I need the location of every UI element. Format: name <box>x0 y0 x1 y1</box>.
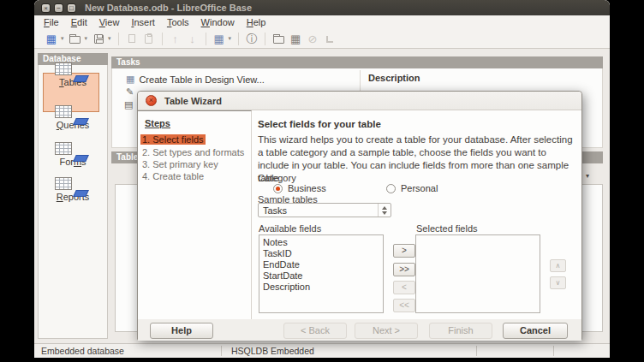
new-database-icon[interactable]: ▦ <box>44 31 59 46</box>
selected-fields-listbox[interactable] <box>415 234 540 313</box>
wizard-content: Select fields for your table This wizard… <box>253 110 582 319</box>
design-view-icon: ▦ <box>126 74 134 85</box>
sort-descending-icon: ↓ <box>185 31 200 46</box>
copy-icon <box>124 31 140 46</box>
menu-item-view[interactable]: View <box>93 16 126 28</box>
dialog-button-row: Help < Back Next > Finish Cancel <box>138 319 581 341</box>
radio-personal[interactable]: Personal <box>386 183 438 193</box>
step-create-table[interactable]: 4. Create table <box>140 171 206 181</box>
move-all-left-button: << <box>393 299 415 312</box>
list-item[interactable]: Description <box>259 282 383 293</box>
back-button: < Back <box>283 323 347 339</box>
relationships-icon: ⊘ <box>305 31 320 46</box>
description-column-header: Description <box>368 73 420 83</box>
save-icon[interactable] <box>91 31 106 46</box>
step-set-types-formats[interactable]: 2. Set types and formats <box>140 147 246 157</box>
menu-item-window[interactable]: Window <box>195 16 241 28</box>
step-set-primary-key[interactable]: 3. Set primary key <box>140 159 220 169</box>
list-item[interactable]: Notes <box>259 237 383 248</box>
menu-item-insert[interactable]: Insert <box>125 16 161 28</box>
window-titlebar: × − □ New Database.odb - LibreOffice Bas… <box>34 0 610 15</box>
sidebar-item-tables[interactable]: Tables <box>46 75 99 87</box>
tasks-panel-header: Tasks <box>111 56 603 68</box>
menu-item-tools[interactable]: Tools <box>161 16 195 28</box>
sort-ascending-icon: ↑ <box>168 31 183 46</box>
sample-tables-select[interactable]: Tasks <box>258 203 391 217</box>
dialog-title: Table Wizard <box>164 96 222 106</box>
task-use-wizard[interactable]: ✎ <box>126 86 134 98</box>
sample-tables-spinner-icon[interactable] <box>378 204 391 217</box>
create-view-icon: ▤ <box>124 99 133 110</box>
table-wizard-dialog: × Table Wizard Steps 1. Select fields 2.… <box>137 91 582 340</box>
form-dropdown-icon[interactable]: ▾ <box>229 35 232 42</box>
radio-business[interactable]: Business <box>273 183 326 193</box>
wizard-description: This wizard helps you to create a table … <box>258 134 580 185</box>
toolbar-separator <box>162 33 163 45</box>
minimize-icon[interactable]: − <box>54 3 63 13</box>
paste-icon <box>141 31 157 46</box>
available-fields-label: Available fields <box>259 223 321 234</box>
task-create-table-design-view[interactable]: ▦ Create Table in Design View... <box>126 74 265 85</box>
menubar: File Edit View Insert Tools Window Help <box>34 15 610 29</box>
new-database-dropdown-icon[interactable]: ▾ <box>61 35 64 42</box>
category-label: Category <box>258 173 296 183</box>
close-icon[interactable]: × <box>41 3 51 13</box>
next-button: Next > <box>355 323 418 339</box>
sample-tables-value: Tasks <box>263 205 378 216</box>
save-dropdown-icon[interactable]: ▾ <box>108 35 111 42</box>
available-fields-listbox[interactable]: Notes TaskID EndDate StartDate Descripti… <box>259 234 384 313</box>
wizard-steps-panel: Steps 1. Select fields 2. Set types and … <box>138 110 252 319</box>
step-select-fields[interactable]: 1. Select fields <box>140 134 206 145</box>
design-icon <box>322 31 337 46</box>
open-icon[interactable] <box>68 31 83 46</box>
dialog-titlebar: × Table Wizard <box>138 92 581 110</box>
selected-fields-label: Selected fields <box>416 223 478 234</box>
finish-button: Finish <box>429 323 492 339</box>
status-database-type: Embedded database <box>41 346 124 356</box>
radio-personal-icon[interactable] <box>386 184 396 193</box>
open-dropdown-icon[interactable]: ▾ <box>85 35 88 42</box>
toolbar-separator <box>265 33 265 45</box>
move-down-button: ∨ <box>550 276 566 289</box>
window-controls: × − □ <box>41 3 76 13</box>
status-separator <box>476 346 477 356</box>
list-item[interactable]: StartDate <box>259 270 383 282</box>
dialog-close-icon[interactable]: × <box>146 95 157 106</box>
info-icon[interactable]: ⓘ <box>244 31 259 46</box>
move-left-button: < <box>393 281 415 294</box>
move-all-right-button[interactable]: >> <box>393 263 415 276</box>
menu-item-help[interactable]: Help <box>241 16 272 28</box>
help-button[interactable]: Help <box>150 323 213 339</box>
sidebar-item-forms[interactable]: Forms <box>46 155 99 167</box>
screen: × − □ New Database.odb - LibreOffice Bas… <box>0 0 644 362</box>
toolbar-separator <box>118 33 119 45</box>
status-separator <box>221 346 222 356</box>
statusbar: Embedded database HSQLDB Embedded <box>34 343 610 358</box>
task-create-view[interactable]: ▤ <box>124 99 133 110</box>
page-title: Select fields for your table <box>258 119 381 129</box>
steps-header: Steps <box>145 118 170 128</box>
list-item[interactable]: TaskID <box>259 248 383 259</box>
open-database-folder-icon[interactable] <box>271 31 286 46</box>
list-item[interactable]: EndDate <box>259 259 383 270</box>
sidebar-item-reports[interactable]: Reports <box>46 190 99 202</box>
maximize-icon[interactable]: □ <box>67 3 76 13</box>
move-up-button: ∧ <box>550 259 566 272</box>
status-engine: HSQLDB Embedded <box>231 346 314 356</box>
status-separator <box>553 346 554 356</box>
toolbar-separator <box>206 33 206 45</box>
toolbar-separator <box>238 33 239 45</box>
wizard-pencil-icon: ✎ <box>126 86 134 98</box>
cancel-button[interactable]: Cancel <box>503 323 568 339</box>
window-title: New Database.odb - LibreOffice Base <box>85 3 252 13</box>
menu-item-file[interactable]: File <box>38 16 65 28</box>
menu-item-edit[interactable]: Edit <box>65 16 93 28</box>
radio-business-icon[interactable] <box>273 184 283 193</box>
form-icon[interactable]: ▦ <box>212 31 227 46</box>
preview-dropdown-caret[interactable]: ▾ <box>586 172 589 180</box>
table-icon[interactable]: ▦ <box>288 31 303 46</box>
sidebar-item-queries[interactable]: Queries <box>46 118 99 130</box>
move-right-button[interactable]: > <box>393 244 415 258</box>
database-panel-header: Database <box>38 53 108 65</box>
toolbar: ▦ ▾ ▾ ▾ ↑ ↓ ▦ ▾ ⓘ ▦ ⊘ <box>34 29 610 49</box>
